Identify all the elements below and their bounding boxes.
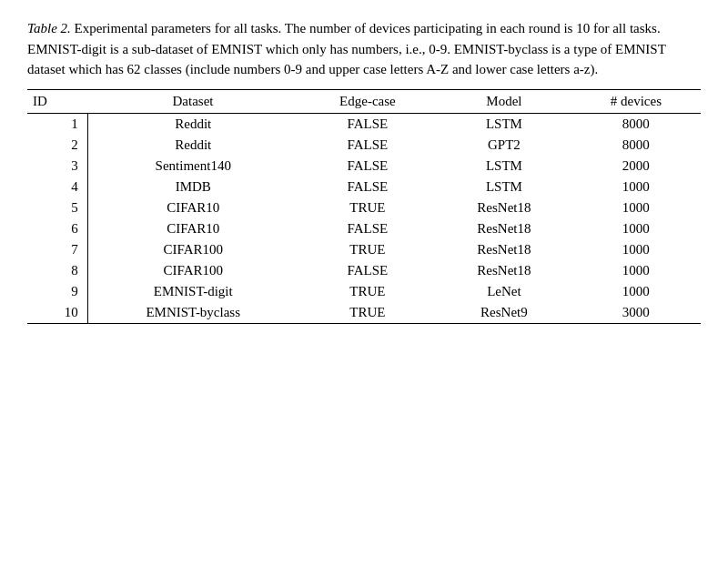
table-cell: FALSE — [298, 260, 437, 281]
table-cell: FALSE — [298, 135, 437, 156]
table-cell: GPT2 — [437, 135, 571, 156]
table-cell: 6 — [27, 218, 87, 239]
table-cell: 1000 — [571, 218, 701, 239]
table-cell: 1 — [27, 113, 87, 135]
table-row: 3Sentiment140FALSELSTM2000 — [27, 156, 701, 177]
table-row: 8CIFAR100FALSEResNet181000 — [27, 260, 701, 281]
table-cell: 8 — [27, 260, 87, 281]
table-cell: LeNet — [437, 281, 571, 302]
caption: Table 2. Experimental parameters for all… — [27, 18, 701, 80]
col-header-dataset: Dataset — [87, 89, 298, 113]
table-row: 7CIFAR100TRUEResNet181000 — [27, 239, 701, 260]
table-cell: TRUE — [298, 302, 437, 324]
table-cell: TRUE — [298, 281, 437, 302]
table-cell: FALSE — [298, 218, 437, 239]
table-cell: EMNIST-byclass — [87, 302, 298, 324]
table-row: 2RedditFALSEGPT28000 — [27, 135, 701, 156]
table-cell: TRUE — [298, 197, 437, 218]
table-cell: 5 — [27, 197, 87, 218]
table-cell: 3000 — [571, 302, 701, 324]
table-cell: 1000 — [571, 177, 701, 197]
table-cell: 7 — [27, 239, 87, 260]
table-cell: Reddit — [87, 113, 298, 135]
col-header-model: Model — [437, 89, 571, 113]
table-cell: LSTM — [437, 156, 571, 177]
table-cell: CIFAR10 — [87, 197, 298, 218]
table-cell: EMNIST-digit — [87, 281, 298, 302]
data-table: ID Dataset Edge-case Model # devices 1Re… — [27, 89, 701, 324]
col-header-devices: # devices — [571, 89, 701, 113]
table-cell: CIFAR100 — [87, 260, 298, 281]
table-label: Table 2. — [27, 21, 71, 35]
table-cell: 1000 — [571, 239, 701, 260]
table-cell: ResNet9 — [437, 302, 571, 324]
table-cell: 1000 — [571, 260, 701, 281]
table-cell: CIFAR10 — [87, 218, 298, 239]
table-cell: LSTM — [437, 177, 571, 197]
table-cell: 2000 — [571, 156, 701, 177]
table-cell: CIFAR100 — [87, 239, 298, 260]
table-cell: LSTM — [437, 113, 571, 135]
table-header-row: ID Dataset Edge-case Model # devices — [27, 89, 701, 113]
table-cell: 1000 — [571, 281, 701, 302]
table-row: 9EMNIST-digitTRUELeNet1000 — [27, 281, 701, 302]
table-cell: FALSE — [298, 156, 437, 177]
col-header-edgecase: Edge-case — [298, 89, 437, 113]
table-cell: Sentiment140 — [87, 156, 298, 177]
table-cell: ResNet18 — [437, 239, 571, 260]
table-cell: 8000 — [571, 135, 701, 156]
table-row: 5CIFAR10TRUEResNet181000 — [27, 197, 701, 218]
table-cell: IMDB — [87, 177, 298, 197]
table-cell: FALSE — [298, 113, 437, 135]
table-cell: 1000 — [571, 197, 701, 218]
caption-text: Experimental parameters for all tasks. T… — [27, 21, 666, 76]
table-cell: ResNet18 — [437, 218, 571, 239]
table-row: 10EMNIST-byclassTRUEResNet93000 — [27, 302, 701, 324]
col-header-id: ID — [27, 89, 87, 113]
table-cell: 3 — [27, 156, 87, 177]
table-cell: 8000 — [571, 113, 701, 135]
table-cell: 4 — [27, 177, 87, 197]
table-row: 4IMDBFALSELSTM1000 — [27, 177, 701, 197]
table-row: 1RedditFALSELSTM8000 — [27, 113, 701, 135]
table-cell: ResNet18 — [437, 197, 571, 218]
table-row: 6CIFAR10FALSEResNet181000 — [27, 218, 701, 239]
table-cell: ResNet18 — [437, 260, 571, 281]
table-cell: 10 — [27, 302, 87, 324]
table-cell: TRUE — [298, 239, 437, 260]
table-cell: Reddit — [87, 135, 298, 156]
table-cell: 2 — [27, 135, 87, 156]
table-cell: FALSE — [298, 177, 437, 197]
table-cell: 9 — [27, 281, 87, 302]
